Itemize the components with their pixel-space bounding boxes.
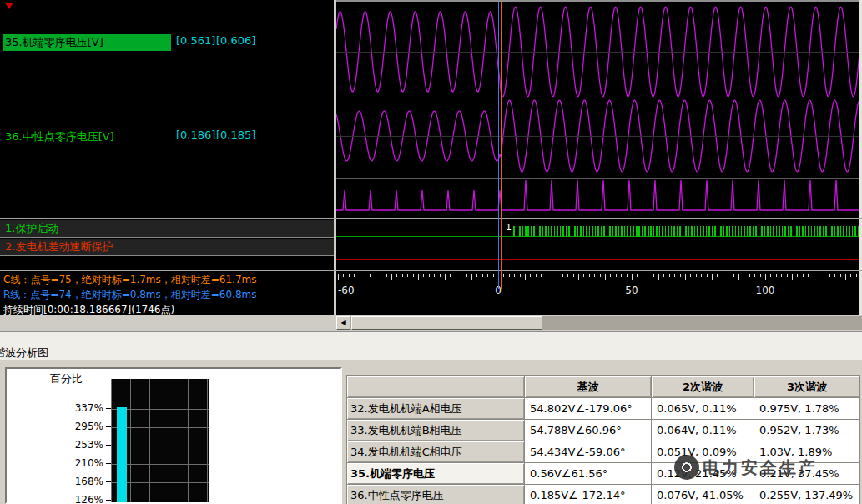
harmonic-table: 基波 2次谐波 3次谐波 32.发电机机端A相电压54.802V∠-179.06… <box>346 375 860 504</box>
row-name-cell[interactable]: 32.发电机机端A相电压 <box>347 398 525 420</box>
ruler-tick <box>653 274 654 277</box>
watermark-logo-icon <box>674 455 699 480</box>
scrollbar-thumb[interactable] <box>351 316 542 330</box>
ruler-tick <box>663 274 664 277</box>
row-name-cell[interactable]: 35.机端零序电压 <box>347 463 525 485</box>
table-row[interactable]: 36.中性点零序电压0.185V∠-172.14°0.076V, 41.05%0… <box>347 485 860 504</box>
ruler-tick <box>594 274 595 277</box>
ruler-tick <box>845 274 846 280</box>
ruler-tick <box>690 274 691 277</box>
ruler-tick <box>680 274 681 277</box>
waveform-plot <box>336 0 859 219</box>
ruler-tick <box>701 274 702 277</box>
ruler-tick <box>744 274 744 277</box>
ruler-tick <box>407 274 408 277</box>
ruler-tick <box>493 274 494 277</box>
ruler-tick <box>349 274 350 277</box>
time-label: 50 <box>625 285 638 296</box>
section-title: 谐波分析图 <box>0 345 48 360</box>
row-name-cell[interactable]: 34.发电机机端C相电压 <box>347 441 525 463</box>
row-value-cell[interactable]: 0.076V, 41.05% <box>652 485 754 504</box>
ruler-tick <box>824 274 824 277</box>
waveform-panel[interactable]: 1 -60050100 <box>336 0 859 315</box>
harmonic-analysis-section: 百分比 337%295%253%210%168%126% 基波 2次谐波 3次谐… <box>0 360 862 504</box>
row-value-cell[interactable]: 0.065V, 0.11% <box>652 398 754 420</box>
row-name-cell[interactable]: 36.中性点零序电压 <box>347 485 525 504</box>
ruler-tick <box>476 274 477 277</box>
ruler-tick <box>738 274 739 280</box>
ruler-tick <box>600 274 601 277</box>
ruler-tick <box>754 274 755 277</box>
channel-35-value-1: [0.561] <box>176 34 215 47</box>
row-value-cell[interactable]: 54.802V∠-179.06° <box>525 398 652 420</box>
ruler-tick <box>792 274 793 280</box>
harmonic-plot-area <box>111 379 209 502</box>
ruler-tick <box>509 274 510 277</box>
header-fundamental: 基波 <box>525 376 652 398</box>
channel-36-value-2: [0.185] <box>216 129 255 141</box>
ruler-tick <box>632 274 633 280</box>
header-2nd-harmonic: 2次谐波 <box>652 376 754 398</box>
channel-separator-1 <box>336 88 859 88</box>
ruler-tick <box>829 274 830 277</box>
cursor-line-r[interactable] <box>498 2 499 289</box>
digital-row-diff-protection[interactable]: 2.发电机差动速断保护 <box>0 239 334 256</box>
ruler-tick <box>360 274 360 277</box>
table-row[interactable]: 32.发电机机端A相电压54.802V∠-179.06°0.065V, 0.11… <box>347 398 860 420</box>
ruler-tick <box>552 274 552 280</box>
ytick-label: 210% <box>58 457 103 469</box>
ruler-tick <box>429 274 430 277</box>
ruler-tick <box>808 274 809 277</box>
scrollbar-left-button[interactable]: ◀ <box>336 316 350 330</box>
ruler-tick <box>471 274 472 280</box>
ruler-tick <box>723 274 723 277</box>
channel-36-value-1: [0.186] <box>176 129 215 141</box>
event-tag: 1 <box>506 222 512 233</box>
row-value-cell[interactable]: 0.064V, 0.11% <box>652 420 754 441</box>
row-name-cell[interactable]: 33.发电机机端B相电压 <box>347 420 525 441</box>
channel-row-35[interactable]: 35.机端零序电压[V] [0.561] [0.606] <box>3 33 331 48</box>
ruler-tick <box>658 274 659 280</box>
ruler-tick <box>819 274 819 280</box>
row-value-cell[interactable]: 0.185V∠-172.14° <box>525 485 652 504</box>
ruler-tick <box>423 274 424 277</box>
ruler-tick <box>760 274 761 277</box>
ruler-tick <box>696 274 697 277</box>
row-value-cell[interactable]: 0.952V, 1.73% <box>754 420 860 441</box>
ruler-tick <box>503 274 504 277</box>
ruler-tick <box>381 274 381 277</box>
ruler-tick <box>648 274 648 277</box>
fault-oscillograph-app: 35.机端零序电压[V] [0.561] [0.606] 36.中性点零序电压[… <box>0 0 862 504</box>
ruler-tick <box>797 274 798 277</box>
ruler-tick <box>434 274 435 277</box>
table-header-row: 基波 2次谐波 3次谐波 <box>347 376 860 398</box>
ruler-tick <box>605 274 606 280</box>
cursor-line-c[interactable] <box>501 2 502 289</box>
digital-row-protection-start[interactable]: 1.保护启动 <box>0 220 334 238</box>
row-value-cell[interactable]: 0.56V∠61.56° <box>525 463 652 485</box>
row-value-cell[interactable]: 0.255V, 137.49% <box>754 485 860 504</box>
ruler-tick <box>674 274 675 277</box>
ruler-tick <box>781 274 782 277</box>
row-value-cell[interactable]: 0.975V, 1.78% <box>754 398 860 420</box>
row-value-cell[interactable]: 54.788V∠60.96° <box>525 420 652 441</box>
digital-2-label: 2.发电机差动速断保护 <box>5 240 113 253</box>
watermark: 电力安全生产 <box>674 455 818 480</box>
ruler-tick <box>445 274 446 280</box>
ruler-tick <box>370 274 371 277</box>
ruler-tick <box>589 274 590 277</box>
time-label: -60 <box>338 285 355 296</box>
ruler-tick <box>834 274 835 277</box>
ruler-tick <box>525 274 526 280</box>
time-label: 100 <box>756 285 775 296</box>
ruler-tick <box>685 274 686 280</box>
ruler-tick <box>402 274 403 277</box>
digital-trace-1-active-band <box>513 226 859 237</box>
time-ruler: -60050100 <box>336 274 859 315</box>
ruler-tick <box>776 274 777 277</box>
channel-row-36[interactable]: 36.中性点零序电压[V] [0.186] [0.185] <box>3 128 331 143</box>
ruler-tick <box>450 274 451 277</box>
row-value-cell[interactable]: 54.434V∠-59.06° <box>525 441 652 463</box>
table-row[interactable]: 33.发电机机端B相电压54.788V∠60.96°0.064V, 0.11%0… <box>347 420 860 441</box>
ruler-tick <box>733 274 734 277</box>
